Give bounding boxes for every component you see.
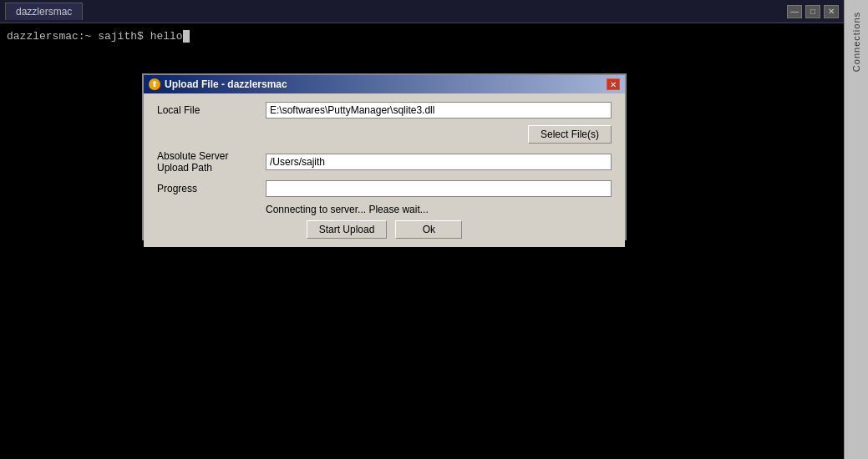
cursor bbox=[183, 30, 190, 43]
terminal-line: dazzlersmac:~ sajith$ hello bbox=[7, 30, 837, 43]
server-path-label: Absolute ServerUpload Path bbox=[157, 150, 266, 174]
dialog-titlebar: ⬆ Upload File - dazzlersmac ✕ bbox=[144, 75, 625, 93]
terminal-titlebar: dazzlersmac — □ ✕ bbox=[0, 0, 844, 23]
status-text: Connecting to server... Please wait... bbox=[266, 204, 612, 215]
terminal-controls: — □ ✕ bbox=[787, 5, 839, 18]
terminal-tab[interactable]: dazzlersmac bbox=[5, 3, 83, 20]
progress-row: Progress bbox=[157, 180, 612, 197]
terminal-close-btn[interactable]: ✕ bbox=[824, 5, 839, 18]
terminal-title-left: dazzlersmac bbox=[5, 3, 83, 20]
server-path-input[interactable] bbox=[266, 154, 612, 170]
local-file-row: Local File bbox=[157, 102, 612, 119]
server-path-row: Absolute ServerUpload Path bbox=[157, 150, 612, 174]
dialog-body: Local File Select File(s) Absolute Serve… bbox=[144, 93, 625, 247]
progress-bar bbox=[266, 180, 612, 197]
progress-label: Progress bbox=[157, 183, 266, 194]
dialog-title: Upload File - dazzlersmac bbox=[165, 78, 287, 90]
right-sidebar[interactable]: Connections bbox=[844, 0, 868, 459]
ok-button[interactable]: Ok bbox=[395, 220, 462, 239]
sidebar-label: Connections bbox=[851, 12, 861, 72]
local-file-label: Local File bbox=[157, 104, 266, 116]
terminal-minimize-btn[interactable]: — bbox=[787, 5, 802, 18]
dialog-icon: ⬆ bbox=[149, 78, 160, 90]
upload-dialog: ⬆ Upload File - dazzlersmac ✕ Local File… bbox=[142, 73, 627, 240]
select-files-row: Select File(s) bbox=[157, 125, 612, 144]
start-upload-button[interactable]: Start Upload bbox=[307, 220, 388, 239]
select-files-button[interactable]: Select File(s) bbox=[528, 125, 612, 144]
local-file-input[interactable] bbox=[266, 102, 612, 119]
dialog-close-btn[interactable]: ✕ bbox=[607, 78, 620, 90]
dialog-title-left: ⬆ Upload File - dazzlersmac bbox=[149, 78, 287, 90]
terminal-restore-btn[interactable]: □ bbox=[805, 5, 820, 18]
dialog-footer: Start Upload Ok bbox=[157, 220, 612, 239]
